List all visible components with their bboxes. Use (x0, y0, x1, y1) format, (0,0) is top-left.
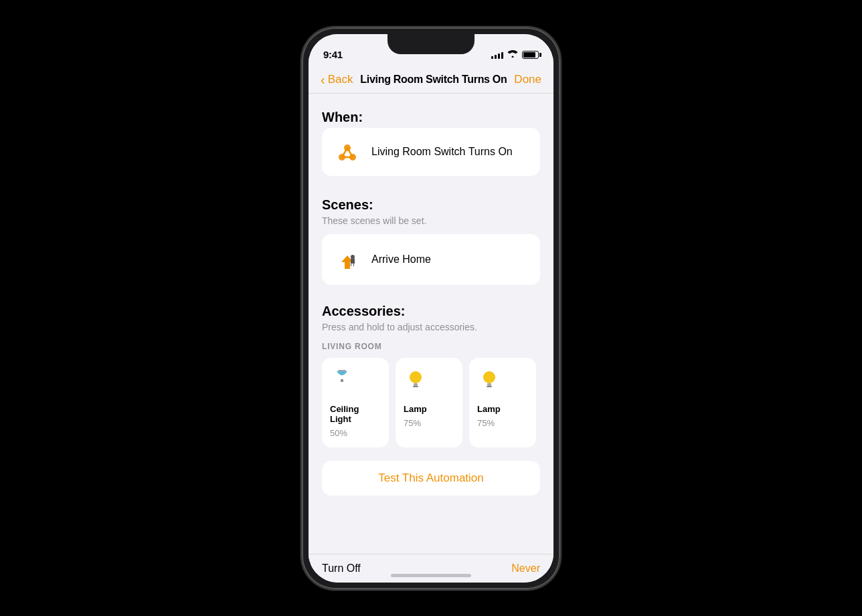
power-button (560, 155, 562, 215)
when-title: When: (322, 110, 540, 125)
lamp2-icon (477, 367, 528, 395)
svg-rect-13 (487, 383, 491, 386)
trigger-icon-wrap (333, 137, 362, 167)
signal-bar-4 (501, 52, 503, 59)
phone-device: 9:41 (300, 26, 562, 591)
svg-rect-7 (338, 370, 346, 371)
ceiling-light-icon (330, 367, 381, 395)
svg-rect-10 (414, 383, 418, 386)
test-automation-button[interactable]: Test This Automation (378, 472, 484, 485)
signal-bar-2 (495, 55, 497, 59)
back-chevron-icon: ‹ (321, 73, 325, 86)
notch (387, 34, 475, 54)
svg-point-12 (483, 371, 495, 383)
homekit-automation-icon (334, 138, 361, 165)
wifi-icon (507, 49, 518, 60)
volume-down-button (300, 198, 302, 238)
home-indicator (391, 574, 471, 577)
svg-rect-14 (487, 386, 492, 387)
ceiling-light-tile[interactable]: Ceiling Light 50% (322, 358, 389, 447)
room-label: LIVING ROOM (322, 342, 540, 351)
status-icons (491, 49, 539, 60)
lamp1-tile[interactable]: Lamp 75% (396, 358, 462, 447)
bottom-bar: Turn Off Never (309, 554, 553, 583)
scene-card[interactable]: Arrive Home (322, 234, 540, 285)
scenes-section: Scenes: These scenes will be set. (309, 181, 553, 285)
back-button[interactable]: ‹ Back (321, 73, 353, 86)
turn-off-label[interactable]: Turn Off (322, 562, 361, 575)
ceiling-light-value: 50% (330, 428, 381, 438)
never-button[interactable]: Never (511, 562, 540, 575)
lamp1-icon (404, 367, 454, 395)
status-time: 9:41 (323, 49, 343, 60)
back-label: Back (328, 73, 353, 86)
lamp1-name: Lamp (404, 404, 454, 414)
accessories-section: Accessories: Press and hold to adjust ac… (309, 290, 553, 447)
ceiling-light-name: Ceiling Light (330, 404, 381, 424)
scroll-content: When: (309, 94, 553, 573)
phone-frame: 9:41 (300, 26, 562, 591)
scene-label: Arrive Home (371, 253, 431, 266)
test-section: Test This Automation (322, 461, 540, 496)
signal-bar-1 (491, 56, 493, 59)
accessories-title: Accessories: (322, 304, 540, 319)
test-automation-card[interactable]: Test This Automation (322, 461, 540, 496)
signal-bar-3 (498, 54, 500, 59)
svg-rect-8 (341, 379, 343, 382)
scenes-title: Scenes: (322, 197, 540, 213)
lamp2-tile[interactable]: Lamp 75% (469, 358, 536, 447)
scenes-subtitle: These scenes will be set. (322, 215, 540, 226)
lamp1-value: 75% (404, 418, 454, 428)
battery-fill (523, 52, 535, 58)
arrive-home-icon (333, 245, 362, 274)
lamp2-value: 75% (477, 418, 528, 428)
trigger-label: Living Room Switch Turns On (371, 146, 513, 158)
navigation-bar: ‹ Back Living Room Switch Turns On Done (309, 66, 553, 94)
nav-title: Living Room Switch Turns On (360, 74, 507, 86)
svg-rect-11 (413, 386, 418, 387)
phone-screen: 9:41 (309, 34, 553, 583)
done-button[interactable]: Done (514, 73, 541, 86)
lamp2-name: Lamp (477, 404, 528, 414)
when-section: When: (309, 94, 553, 176)
accessories-grid: Ceiling Light 50% (322, 358, 540, 447)
battery-icon (522, 51, 539, 59)
arrive-home-svg-icon (333, 245, 362, 274)
svg-point-9 (410, 371, 422, 383)
volume-up-button (300, 148, 302, 188)
signal-bars-icon (491, 51, 503, 59)
accessories-subtitle: Press and hold to adjust accessories. (322, 322, 540, 332)
mute-button (300, 114, 302, 137)
trigger-card[interactable]: Living Room Switch Turns On (322, 128, 540, 176)
